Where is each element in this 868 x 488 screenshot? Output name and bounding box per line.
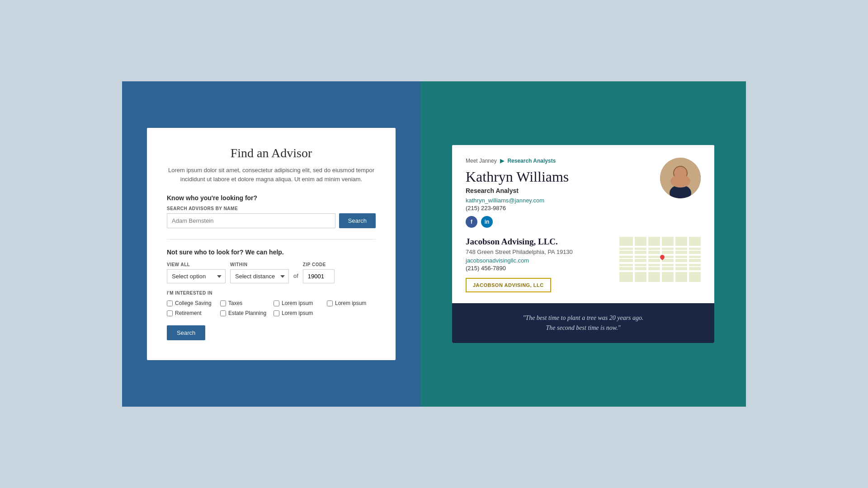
zip-input[interactable] (303, 269, 335, 283)
company-info: Jacobson Advising, LLC. 748 Green Street… (466, 237, 612, 292)
search-bottom-button[interactable]: Search (167, 325, 205, 340)
search-row: Search (167, 213, 376, 228)
checkbox-grid: College Saving Taxes Lorem ipsum Lorem i… (167, 300, 376, 316)
checkbox-college-saving[interactable]: College Saving (167, 300, 216, 306)
find-advisor-card: Find an Advisor Lorem ipsum dolor sit am… (147, 128, 396, 360)
within-select[interactable]: Select distance (230, 269, 289, 283)
search-input[interactable] (167, 213, 335, 228)
advisor-card-top: Meet Janney ▶ Research Analysts (452, 145, 714, 303)
filter-row: VIEW ALL Select option WITHIN Select dis… (167, 262, 376, 283)
advisor-card: Meet Janney ▶ Research Analysts (452, 145, 714, 343)
page-title: Find an Advisor (167, 146, 376, 160)
breadcrumb: Meet Janney ▶ Research Analysts (466, 158, 701, 164)
checkbox-lorem3[interactable]: Lorem ipsum (274, 310, 322, 316)
view-all-select[interactable]: Select option (167, 269, 226, 283)
checkbox-estate-input[interactable] (220, 310, 226, 316)
checkbox-lorem1-input[interactable] (274, 300, 279, 306)
avatar (660, 158, 701, 198)
checkbox-lorem2[interactable]: Lorem ipsum (327, 300, 376, 306)
search-top-button[interactable]: Search (339, 213, 376, 228)
of-label: of (293, 272, 298, 280)
checkbox-retirement-input[interactable] (167, 310, 173, 316)
breadcrumb-arrow: ▶ (500, 158, 504, 164)
checkbox-lorem3-input[interactable] (274, 310, 279, 316)
svg-point-4 (670, 175, 690, 188)
avatar-placeholder (660, 158, 701, 198)
right-panel: Meet Janney ▶ Research Analysts (420, 81, 746, 407)
breadcrumb-base: Meet Janney (466, 158, 497, 164)
checkbox-taxes[interactable]: Taxes (220, 300, 269, 306)
left-panel: Find an Advisor Lorem ipsum dolor sit am… (122, 81, 420, 407)
view-all-label: VIEW ALL (167, 262, 226, 267)
advisor-quote: "The best time to plant a tree was 20 ye… (466, 313, 701, 333)
company-button[interactable]: JACOBSON ADVISING, LLC (466, 278, 551, 292)
within-group: WITHIN Select distance (230, 262, 289, 283)
checkbox-college-saving-input[interactable] (167, 300, 173, 306)
advisor-card-bottom: "The best time to plant a tree was 20 ye… (452, 303, 714, 343)
interested-label: I'M INTERESTED IN (167, 291, 376, 296)
linkedin-icon[interactable]: in (481, 216, 493, 228)
checkbox-estate[interactable]: Estate Planning (220, 310, 269, 316)
checkbox-retirement[interactable]: Retirement (167, 310, 216, 316)
checkbox-taxes-input[interactable] (220, 300, 226, 306)
company-section: Jacobson Advising, LLC. 748 Green Street… (466, 237, 701, 292)
search-by-name-label: SEARCH ADVISORS BY NAME (167, 206, 376, 211)
zip-label: ZIP CODE (303, 262, 335, 267)
company-name: Jacobson Advising, LLC. (466, 237, 612, 247)
facebook-icon[interactable]: f (466, 216, 477, 228)
map-placeholder (619, 237, 701, 282)
know-label: Know who you're looking for? (167, 194, 376, 202)
company-website[interactable]: jacobsonadvisingllc.com (466, 257, 612, 264)
social-icons: f in (466, 216, 701, 228)
divider (167, 239, 376, 239)
company-address: 748 Green Street Philadelphia, PA 19130 (466, 249, 612, 255)
view-all-group: VIEW ALL Select option (167, 262, 226, 283)
checkbox-lorem2-input[interactable] (327, 300, 333, 306)
advisor-email[interactable]: kathryn_williams@janney.com (466, 197, 701, 204)
main-wrapper: Find an Advisor Lorem ipsum dolor sit am… (122, 81, 746, 407)
breadcrumb-current: Research Analysts (507, 158, 556, 164)
subtitle-text: Lorem ipsum dolor sit amet, consectetur … (167, 166, 376, 183)
not-sure-label: Not sure who to look for? We can help. (167, 249, 376, 256)
checkbox-lorem1[interactable]: Lorem ipsum (274, 300, 322, 306)
company-phone: (215) 456-7890 (466, 265, 612, 272)
advisor-phone: (215) 223-9876 (466, 205, 701, 211)
quote-line1: "The best time to plant a tree was 20 ye… (523, 314, 643, 321)
quote-line2: The second best time is now." (546, 324, 620, 331)
map-grid (619, 237, 701, 282)
zip-group: ZIP CODE (303, 262, 335, 283)
within-label: WITHIN (230, 262, 289, 267)
